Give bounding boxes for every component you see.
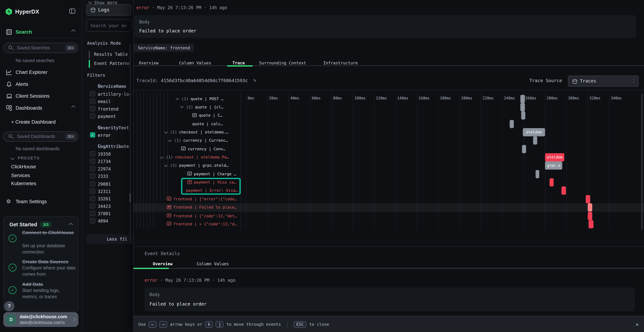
chevron-down-icon[interactable] xyxy=(164,130,168,133)
checkbox[interactable] xyxy=(90,114,95,119)
tab-overview[interactable]: Overview xyxy=(139,61,159,65)
chevron-down-icon[interactable] xyxy=(164,163,168,166)
span-bar[interactable] xyxy=(510,120,514,128)
less-filters-button[interactable]: Less fil xyxy=(86,234,133,244)
checkbox[interactable] xyxy=(90,181,95,186)
sidebar-item-client-sessions[interactable]: Client Sessions xyxy=(0,91,82,101)
span-bar[interactable] xyxy=(520,103,525,111)
chevron-down-icon[interactable] xyxy=(168,138,172,142)
saved-dashboards-input[interactable]: Saved Dashboards ⌘K xyxy=(3,132,78,142)
sidebar-item-dashboards[interactable]: Dashboards xyxy=(0,103,82,113)
axis-tick-label: 320ms xyxy=(590,96,600,100)
sidebar-item-team-settings[interactable]: ⚙ Team Settings xyxy=(0,197,82,206)
span-bar[interactable] xyxy=(521,112,526,120)
filter-group-SeverityText: SeverityText xyxy=(89,125,129,130)
tab-infrastructure[interactable]: Infrastructure xyxy=(323,61,358,65)
tree-indent-guide xyxy=(168,92,168,201)
user-account-chip[interactable]: D dale@clickhouse.com dale@clickhouse.co… xyxy=(3,312,78,327)
chevron-up-icon[interactable] xyxy=(69,223,73,227)
span-bar[interactable] xyxy=(588,204,592,212)
checkbox[interactable] xyxy=(90,91,95,96)
log-event-icon xyxy=(167,214,171,217)
tab-overview[interactable]: Overview xyxy=(153,262,173,266)
span-bar[interactable]: oteldem xyxy=(523,128,545,136)
body-label: Body xyxy=(139,19,150,24)
sidebar-item-label: Dashboards xyxy=(16,105,42,111)
show-more-toggle[interactable]: Show more xyxy=(89,0,117,5)
scrollbar-thumb[interactable] xyxy=(641,94,643,230)
data-source-button[interactable]: Logs xyxy=(86,4,132,16)
divider xyxy=(287,321,288,328)
log-event-icon xyxy=(192,113,196,117)
checkbox[interactable] xyxy=(90,203,95,208)
span-bar[interactable] xyxy=(586,195,590,203)
span-bar[interactable] xyxy=(520,95,525,103)
span-bar[interactable] xyxy=(562,186,566,195)
checkbox[interactable] xyxy=(90,211,95,216)
esc-key: ESC xyxy=(294,321,306,328)
checkbox[interactable] xyxy=(90,173,95,179)
gridline xyxy=(460,93,460,230)
span-bar[interactable] xyxy=(550,178,554,186)
chevron-down-icon[interactable] xyxy=(180,105,184,108)
sidebar-item-chart-explorer[interactable]: Chart Explorer xyxy=(0,68,82,77)
scrollbar-thumb[interactable] xyxy=(129,193,131,202)
checkbox[interactable] xyxy=(90,188,95,194)
collapse-sidebar-icon[interactable] xyxy=(70,8,75,14)
tab-track xyxy=(134,65,644,66)
get-started-title: Get Started xyxy=(10,222,37,228)
axis-tick-label: 80ms xyxy=(333,96,342,100)
service-name-chip[interactable]: ServiceName: frontend xyxy=(134,44,194,52)
span-bar[interactable] xyxy=(588,220,593,228)
filter-group-LogAttributes: LogAttributes xyxy=(89,144,132,149)
create-dashboard-button[interactable]: + Create Dashboard xyxy=(11,119,56,125)
filter-group-ServiceName: ServiceName xyxy=(89,84,126,89)
gridline xyxy=(396,93,396,230)
get-started-card: Get Started 3/3 ✓ Connect to ClickHouse … xyxy=(3,216,78,311)
checkbox[interactable]: ✓ xyxy=(90,132,95,138)
axis-tick-label: 0ms xyxy=(248,96,254,100)
preset-item-services[interactable]: Services xyxy=(11,172,30,178)
sidebar-item-search[interactable]: Search xyxy=(0,27,82,37)
tab-trace[interactable]: Trace xyxy=(232,61,245,65)
trace-id: TraceId: 4156d3fbc40a64854d9dc7f68641593… xyxy=(136,78,256,83)
span-bar[interactable] xyxy=(536,170,539,178)
gridline xyxy=(374,93,374,230)
chevron-down-icon[interactable] xyxy=(176,96,179,100)
axis-tick-label: 300ms xyxy=(568,96,579,100)
help-button[interactable]: ? xyxy=(4,301,14,311)
log-event-icon xyxy=(167,222,171,226)
analysis-mode-option-results-table[interactable]: Results Table xyxy=(89,51,90,59)
tab-column-values[interactable]: Column Values xyxy=(197,262,229,266)
trace-source-select[interactable]: Traces ˄˅ xyxy=(568,76,639,86)
event-search-input[interactable]: Search your ev xyxy=(86,19,132,32)
checkbox[interactable] xyxy=(90,166,95,171)
gridline xyxy=(332,93,332,230)
edit-icon[interactable]: ✎ xyxy=(253,78,256,83)
scrollbar-track[interactable] xyxy=(129,43,131,244)
axis-tick-label: 180ms xyxy=(440,96,451,100)
checkbox[interactable] xyxy=(90,151,95,156)
checkbox[interactable] xyxy=(90,218,95,224)
analysis-mode-option-event-patterns[interactable]: Event Patterns xyxy=(89,60,90,68)
checkbox[interactable] xyxy=(90,196,95,201)
sidebar-item-alerts[interactable]: Alerts xyxy=(0,79,82,89)
tab-column-values[interactable]: Column Values xyxy=(179,61,211,65)
span-bar[interactable]: oteldem xyxy=(545,153,564,161)
checkbox[interactable] xyxy=(90,158,95,164)
tab-surrounding-context[interactable]: Surrounding Context xyxy=(259,61,306,65)
preset-item-clickhouse[interactable]: ClickHouse xyxy=(11,164,36,170)
span-bar[interactable] xyxy=(522,145,526,153)
close-icon[interactable]: ✕ xyxy=(636,322,639,327)
span-bar[interactable] xyxy=(533,136,537,145)
span-bar[interactable]: grpc.o xyxy=(545,162,562,170)
checkbox[interactable] xyxy=(90,98,95,104)
checkbox[interactable] xyxy=(90,106,95,111)
span-bar[interactable] xyxy=(588,212,592,220)
preset-item-kubernetes[interactable]: Kubernetes xyxy=(11,181,36,186)
shortcut-badge: ⌘K xyxy=(65,133,76,139)
trace-source-value: Traces xyxy=(580,78,596,84)
axis-tick-label: 100ms xyxy=(354,96,366,100)
saved-searches-input[interactable]: Saved Searches ⌘K xyxy=(3,43,78,53)
chevron-down-icon[interactable] xyxy=(160,155,163,158)
